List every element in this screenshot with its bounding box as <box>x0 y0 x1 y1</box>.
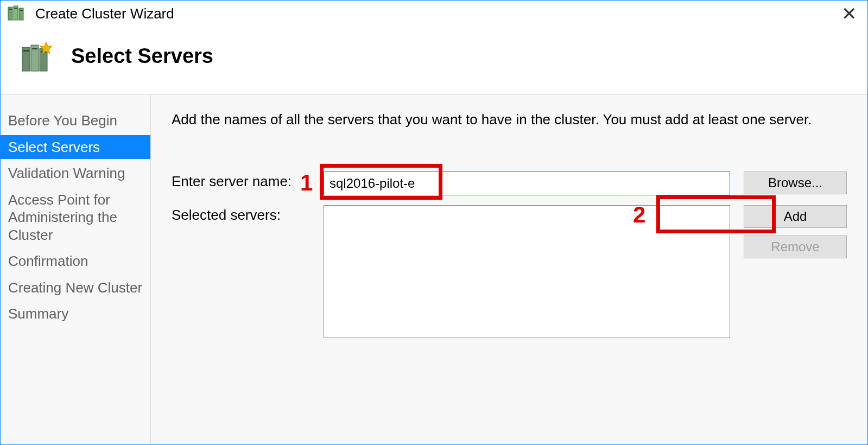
selected-servers-listbox[interactable] <box>324 205 730 338</box>
instructions-text: Add the names of all the servers that yo… <box>172 111 847 128</box>
svg-rect-5 <box>20 10 23 11</box>
sidebar-step-confirmation[interactable]: Confirmation <box>1 249 150 274</box>
enter-server-row: Enter server name: Browse... 1 <box>172 171 847 195</box>
sidebar-step-before-you-begin[interactable]: Before You Begin <box>1 109 150 133</box>
selected-servers-label: Selected servers: <box>172 205 324 224</box>
server-name-input[interactable] <box>324 171 730 195</box>
wizard-main: Add the names of all the servers that yo… <box>151 95 867 444</box>
wizard-title-icon <box>6 4 26 23</box>
wizard-body: Before You Begin Select Servers Validati… <box>1 94 867 444</box>
window-title: Create Cluster Wizard <box>35 5 174 22</box>
cluster-wizard-icon <box>17 36 56 75</box>
svg-rect-10 <box>32 48 37 49</box>
svg-rect-9 <box>23 50 29 52</box>
sidebar-step-creating-new-cluster[interactable]: Creating New Cluster <box>1 276 150 300</box>
svg-rect-3 <box>9 9 12 10</box>
remove-button: Remove <box>744 236 847 258</box>
sidebar-step-select-servers[interactable]: Select Servers <box>1 135 150 160</box>
page-title: Select Servers <box>71 44 213 68</box>
enter-server-label: Enter server name: <box>172 171 324 190</box>
add-button[interactable]: Add <box>744 205 847 228</box>
svg-rect-4 <box>14 8 17 9</box>
wizard-header: Select Servers <box>1 27 867 94</box>
selected-servers-row: Selected servers: Add Remove 2 <box>172 205 847 338</box>
titlebar: Create Cluster Wizard ✕ <box>1 1 867 27</box>
sidebar-step-validation-warning[interactable]: Validation Warning <box>1 161 150 186</box>
browse-button[interactable]: Browse... <box>744 171 847 194</box>
close-button[interactable]: ✕ <box>836 4 862 23</box>
sidebar-step-access-point[interactable]: Access Point for Administering the Clust… <box>1 188 150 247</box>
wizard-window: Create Cluster Wizard ✕ Select Servers B… <box>0 0 868 445</box>
sidebar-step-summary[interactable]: Summary <box>1 302 150 326</box>
wizard-sidebar: Before You Begin Select Servers Validati… <box>1 95 151 444</box>
